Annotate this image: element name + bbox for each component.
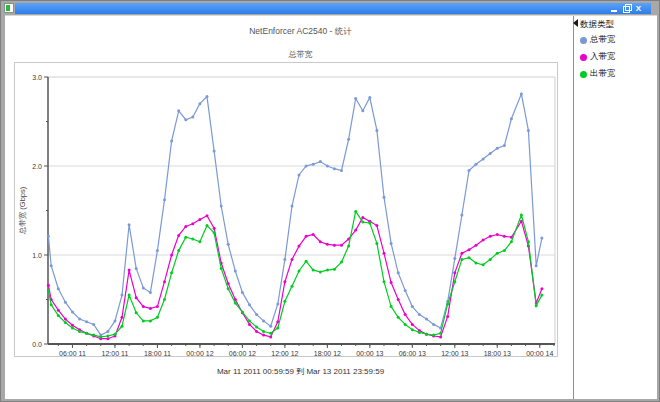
- chart-title: NetEnforcer AC2540 - 统计: [47, 26, 554, 38]
- legend-item-出带宽[interactable]: 出带宽: [580, 68, 657, 80]
- legend-item-label: 总带宽: [590, 34, 616, 46]
- svg-text:2.0: 2.0: [32, 163, 42, 170]
- svg-text:06:00 11: 06:00 11: [59, 350, 86, 357]
- svg-text:00:00 12: 00:00 12: [186, 350, 213, 357]
- svg-text:06:00 12: 06:00 12: [229, 350, 256, 357]
- panel-collapse-arrow-icon[interactable]: [573, 19, 578, 27]
- svg-text:12:00 11: 12:00 11: [102, 350, 129, 357]
- time-range-caption: Mar 11 2011 00:59:59 到 Mar 13 2011 23:59…: [47, 366, 554, 377]
- chart-area: NetEnforcer AC2540 - 统计 总带宽 总带宽 (Gbps) 0…: [5, 16, 573, 399]
- legend-title: 数据类型: [580, 19, 657, 31]
- svg-text:0.0: 0.0: [32, 341, 42, 348]
- chart-subtitle: 总带宽: [47, 49, 554, 60]
- svg-text:00:00 13: 00:00 13: [356, 350, 383, 357]
- application-window: X NetEnforcer AC2540 - 统计 总带宽 总带宽 (Gbps)…: [0, 0, 660, 402]
- legend-items: 总带宽入带宽出带宽: [578, 34, 657, 80]
- svg-text:18:00 13: 18:00 13: [484, 350, 511, 357]
- series-color-dot: [580, 37, 587, 44]
- chart-card: 总带宽 (Gbps) 0.01.02.03.006:00 1112:00 111…: [14, 62, 558, 357]
- window-titlebar[interactable]: X: [15, 3, 651, 14]
- close-button[interactable]: X: [634, 4, 643, 13]
- legend-panel: 数据类型 总带宽入带宽出带宽: [573, 16, 657, 399]
- bandwidth-chart-svg: 0.01.02.03.006:00 1112:00 1118:00 1100:0…: [15, 63, 559, 358]
- legend-item-入带宽[interactable]: 入带宽: [580, 51, 657, 63]
- svg-text:3.0: 3.0: [32, 74, 42, 81]
- svg-text:06:00 13: 06:00 13: [399, 350, 426, 357]
- series-color-dot: [580, 54, 587, 61]
- svg-text:1.0: 1.0: [32, 252, 42, 259]
- svg-text:12:00 12: 12:00 12: [271, 350, 298, 357]
- y-axis-label: 总带宽 (Gbps): [18, 151, 29, 271]
- window-content: NetEnforcer AC2540 - 统计 总带宽 总带宽 (Gbps) 0…: [5, 15, 657, 398]
- svg-text:00:00 14: 00:00 14: [526, 350, 553, 357]
- svg-text:18:00 11: 18:00 11: [144, 350, 171, 357]
- window-controls: X: [610, 3, 643, 14]
- svg-text:12:00 13: 12:00 13: [441, 350, 468, 357]
- svg-text:18:00 12: 18:00 12: [314, 350, 341, 357]
- window-icon-glyph: [6, 5, 10, 11]
- series-color-dot: [580, 71, 587, 78]
- minimize-button[interactable]: [610, 4, 619, 13]
- restore-button[interactable]: [622, 4, 631, 13]
- window-icon[interactable]: [4, 3, 14, 13]
- legend-item-label: 出带宽: [590, 68, 616, 80]
- legend-item-label: 入带宽: [590, 51, 616, 63]
- legend-item-总带宽[interactable]: 总带宽: [580, 34, 657, 46]
